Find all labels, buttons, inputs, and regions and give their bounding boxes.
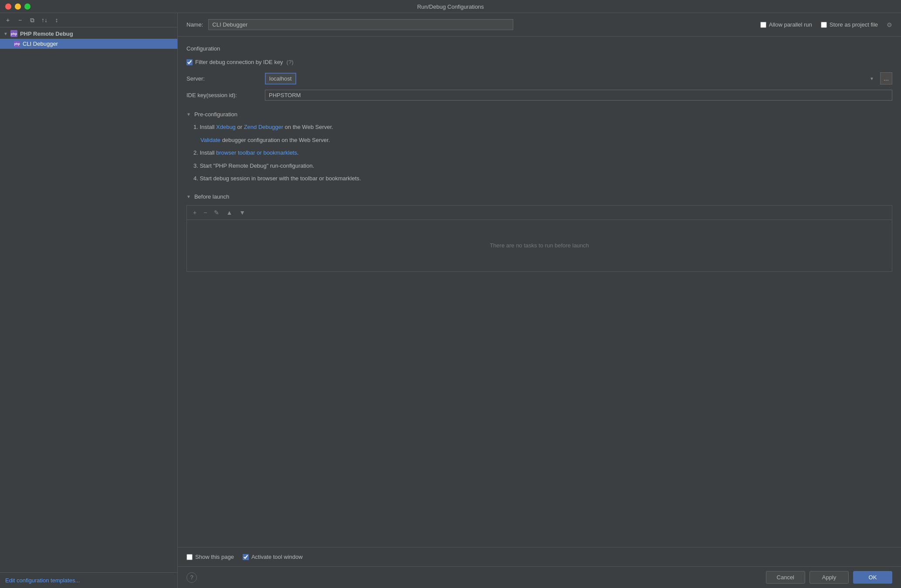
right-panel: Name: Allow parallel run Store as projec… [178,13,901,588]
filter-debug-text: Filter debug connection by IDE key [195,59,283,65]
store-as-project-checkbox-label[interactable]: Store as project file [821,21,878,28]
sidebar-tree: ▼ php PHP Remote Debug php CLI Debugger [0,27,177,572]
allow-parallel-checkbox-label[interactable]: Allow parallel run [760,21,812,28]
sidebar-footer: Edit configuration templates... [0,572,177,588]
activate-tool-text: Activate tool window [251,554,303,560]
gear-icon[interactable]: ⚙ [887,21,892,28]
title-bar: Run/Debug Configurations [0,0,901,13]
config-content: Configuration Filter debug connection by… [178,37,901,547]
before-launch-section: ▼ Before launch + − ✎ ▲ ▼ There are no t… [186,193,892,272]
activate-tool-label[interactable]: Activate tool window [243,554,303,560]
footer-buttons: Cancel Apply OK [766,571,892,584]
launch-empty-message: There are no tasks to run before launch [490,242,589,249]
launch-empty-area: There are no tasks to run before launch [186,220,892,272]
pre-config-arrow: ▼ [186,112,191,117]
name-label: Name: [186,21,203,28]
allow-parallel-label: Allow parallel run [769,21,812,28]
pre-config-item-4: 4. Start debug session in browser with t… [193,174,892,183]
validate-link[interactable]: Validate [200,137,220,143]
close-button[interactable] [5,3,11,10]
window-title: Run/Debug Configurations [417,3,484,10]
zend-debugger-link[interactable]: Zend Debugger [244,124,283,130]
cancel-button[interactable]: Cancel [766,571,805,584]
allow-parallel-checkbox[interactable] [760,22,766,28]
sort-config-button[interactable]: ↕ [52,16,61,24]
header-options: Allow parallel run Store as project file… [760,21,892,28]
pre-config-title: Pre-configuration [194,111,237,118]
ide-key-label: IDE key(session id): [186,92,265,98]
name-input[interactable] [208,19,513,30]
tree-group-label: PHP Remote Debug [20,30,73,37]
launch-toolbar: + − ✎ ▲ ▼ [186,205,892,220]
filter-debug-row: Filter debug connection by IDE key (?) [186,59,892,65]
server-ellipsis-button[interactable]: ... [880,72,892,84]
tree-item-cli-debugger[interactable]: php CLI Debugger [0,39,177,49]
launch-edit-button[interactable]: ✎ [212,208,221,217]
ok-button[interactable]: OK [853,571,892,584]
tree-group-php-remote-debug: ▼ php PHP Remote Debug php CLI Debugger [0,27,177,50]
browser-toolbar-link[interactable]: browser toolbar or bookmarklets [216,149,297,156]
config-header: Name: Allow parallel run Store as projec… [178,13,901,37]
pre-config-item-2: 2. Install browser toolbar or bookmarkle… [193,149,892,157]
configuration-section-title: Configuration [186,45,892,52]
traffic-lights [5,3,30,10]
before-launch-arrow: ▼ [186,194,191,199]
pre-config-item-3: 3. Start "PHP Remote Debug" run-configur… [193,162,892,170]
ide-key-row: IDE key(session id): [186,90,892,101]
dialog-footer: ? Cancel Apply OK [178,566,901,588]
show-page-checkbox[interactable] [186,554,193,560]
xdebug-link[interactable]: Xdebug [216,124,236,130]
help-icon-filter[interactable]: (?) [287,59,294,65]
edit-templates-link[interactable]: Edit configuration templates... [5,577,80,584]
store-as-project-label: Store as project file [830,21,878,28]
configuration-section: Configuration Filter debug connection by… [186,45,892,101]
filter-debug-label[interactable]: Filter debug connection by IDE key [186,59,283,65]
sidebar-toolbar: + − ⧉ ↑↓ ↕ [0,13,177,27]
minimize-button[interactable] [15,3,21,10]
launch-down-button[interactable]: ▼ [237,208,247,217]
server-select-wrapper: localhost ... [265,72,892,84]
store-as-project-checkbox[interactable] [821,22,827,28]
pre-config-item-validate: Validate debugger configuration on the W… [193,136,892,145]
pre-configuration-section: ▼ Pre-configuration 1. Install Xdebug or… [186,111,892,183]
server-label: Server: [186,75,265,82]
tree-group-header[interactable]: ▼ php PHP Remote Debug [0,28,177,39]
tree-group-arrow: ▼ [3,31,8,36]
launch-up-button[interactable]: ▲ [224,208,234,217]
filter-debug-checkbox[interactable] [186,59,193,65]
add-config-button[interactable]: + [3,16,12,24]
help-button[interactable]: ? [186,572,197,583]
before-launch-title: Before launch [194,193,229,200]
pre-config-item-1: 1. Install Xdebug or Zend Debugger on th… [193,123,892,132]
maximize-button[interactable] [24,3,30,10]
ide-key-input[interactable] [265,90,892,101]
main-container: + − ⧉ ↑↓ ↕ ▼ php PHP Remote Debug php CL… [0,13,901,588]
server-select-container: localhost [265,73,877,84]
sidebar: + − ⧉ ↑↓ ↕ ▼ php PHP Remote Debug php CL… [0,13,178,588]
show-page-text: Show this page [195,554,234,560]
copy-config-button[interactable]: ⧉ [28,16,37,24]
move-config-button[interactable]: ↑↓ [40,16,49,24]
server-row: Server: localhost ... [186,72,892,84]
show-page-label[interactable]: Show this page [186,554,234,560]
bottom-options: Show this page Activate tool window [178,547,901,566]
php-remote-debug-icon: php [10,30,17,37]
cli-debugger-icon: php [14,41,20,47]
launch-add-button[interactable]: + [191,208,198,217]
remove-config-button[interactable]: − [16,16,24,24]
launch-remove-button[interactable]: − [202,208,209,217]
apply-button[interactable]: Apply [810,571,849,584]
tree-item-label: CLI Debugger [23,41,58,47]
activate-tool-checkbox[interactable] [243,554,249,560]
pre-config-list: 1. Install Xdebug or Zend Debugger on th… [186,123,892,183]
server-select[interactable]: localhost [265,73,296,84]
pre-config-header[interactable]: ▼ Pre-configuration [186,111,892,118]
before-launch-header[interactable]: ▼ Before launch [186,193,892,200]
